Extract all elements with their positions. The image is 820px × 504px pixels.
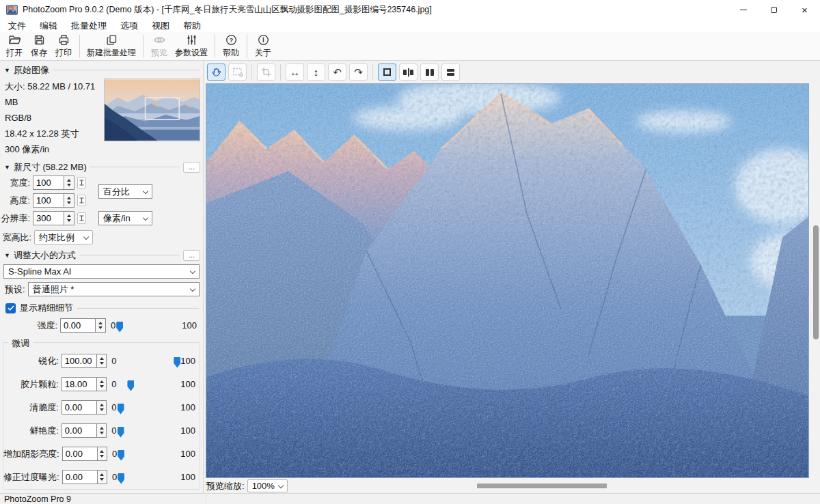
shadow-brightness-stepper[interactable]	[98, 447, 107, 461]
slider-thumb[interactable]	[127, 380, 134, 391]
toolbar-separator	[215, 35, 215, 58]
preview-zoom-label: 预览缩放:	[206, 480, 245, 492]
menu-edit[interactable]: 编辑	[33, 20, 64, 32]
slider-thumb[interactable]	[118, 473, 124, 484]
settings-button[interactable]: 参数设置	[172, 33, 211, 60]
spin-down-icon	[67, 201, 71, 204]
view-top-bottom-button[interactable]	[441, 64, 460, 81]
size-unit-select[interactable]: 百分比	[98, 184, 152, 199]
show-fine-detail-checkbox[interactable]	[5, 303, 16, 313]
open-button[interactable]: 打开	[2, 33, 27, 60]
resolution-stepper[interactable]	[64, 211, 74, 225]
spin-up-icon	[98, 322, 102, 324]
preview-zoom-select[interactable]: 100%	[247, 479, 288, 492]
window-title: PhotoZoom Pro 9.0.2 (Demo 版本) - [千库网_冬日旅…	[23, 4, 432, 16]
rotate-cw-icon: ↷	[354, 66, 363, 79]
slider-thumb[interactable]	[174, 357, 180, 368]
height-reset-button[interactable]	[77, 195, 86, 206]
vividness-stepper[interactable]	[97, 423, 107, 438]
resolution-reset-button[interactable]	[77, 212, 86, 224]
new-size-title: 新尺寸 (58.22 MB)	[14, 161, 87, 173]
slider-thumb[interactable]	[116, 322, 123, 333]
close-icon: ×	[802, 4, 808, 16]
original-dimensions: 18.42 x 12.28 英寸	[5, 126, 104, 141]
view-split-button[interactable]	[399, 64, 418, 81]
preview-image-area[interactable]	[206, 83, 809, 478]
menu-file[interactable]: 文件	[1, 20, 33, 32]
width-row: 宽度:	[0, 176, 86, 190]
rotate-cw-button[interactable]: ↷	[349, 64, 368, 81]
height-row: 高度:	[0, 193, 86, 208]
resolution-input[interactable]	[33, 211, 64, 225]
header-rule	[77, 308, 199, 309]
status-bar: PhotoZoom Pro 9	[0, 493, 820, 504]
menu-batch[interactable]: 批量处理	[64, 20, 113, 32]
maximize-button[interactable]	[758, 0, 789, 19]
new-size-header[interactable]: ▼ 新尺寸 (58.22 MB) ...	[0, 160, 203, 174]
method-select[interactable]: S-Spline Max AI	[3, 264, 200, 279]
overexposure-slider-row: 修正过度曝光: 0 100	[3, 470, 195, 484]
shadow-brightness-input[interactable]	[62, 447, 98, 461]
overexposure-input[interactable]	[62, 470, 98, 484]
slider-thumb[interactable]	[118, 450, 124, 461]
film-grain-stepper[interactable]	[97, 377, 107, 391]
menu-view[interactable]: 视图	[145, 20, 176, 32]
help-button[interactable]: ? 帮助	[219, 33, 243, 60]
new-size-controls: 宽度: 高度: 分辨率:	[0, 176, 203, 248]
strength-input[interactable]	[60, 318, 96, 333]
flip-vertical-button[interactable]: ↕	[307, 64, 325, 81]
overexposure-stepper[interactable]	[98, 470, 107, 484]
crispness-input[interactable]	[62, 400, 97, 415]
menu-help[interactable]: 帮助	[176, 20, 208, 32]
original-image-title: 原始图像	[14, 64, 49, 76]
height-stepper[interactable]	[64, 193, 74, 208]
slider-max: 100	[182, 320, 197, 331]
rotate-ccw-icon: ↶	[333, 66, 342, 79]
sharpness-input[interactable]	[62, 354, 97, 368]
preview-image	[206, 84, 808, 477]
header-rule	[79, 255, 180, 255]
strength-stepper[interactable]	[96, 318, 106, 333]
minimize-button[interactable]	[728, 0, 758, 19]
print-button[interactable]: 打印	[51, 33, 76, 60]
width-stepper[interactable]	[64, 176, 74, 190]
horizontal-scrollbar-thumb[interactable]	[477, 484, 607, 488]
slider-thumb[interactable]	[118, 404, 124, 415]
film-grain-input[interactable]	[62, 377, 97, 391]
new-batch-button[interactable]: 新建批量处理	[83, 33, 139, 60]
navigator-thumbnail[interactable]	[104, 79, 200, 141]
original-size: 大小: 58.22 MB / 10.71 MB	[5, 79, 104, 110]
header-rule	[53, 70, 200, 70]
vertical-scrollbar-thumb[interactable]	[813, 225, 819, 339]
preset-select[interactable]: 普通照片 *	[28, 282, 200, 296]
view-side-by-side-button[interactable]	[420, 64, 439, 81]
aspect-row: 宽高比: 约束比例	[0, 230, 93, 244]
menu-options[interactable]: 选项	[113, 20, 145, 32]
resolution-unit-select[interactable]: 像素/in	[98, 211, 152, 225]
close-button[interactable]: ×	[789, 0, 820, 19]
about-button[interactable]: i 关于	[251, 33, 275, 60]
aspect-select[interactable]: 约束比例	[34, 230, 93, 244]
hand-tool-button[interactable]	[207, 64, 226, 81]
slider-thumb[interactable]	[118, 427, 124, 438]
resize-method-header[interactable]: ▼ 调整大小的方式 ...	[0, 248, 203, 262]
vertical-scrollbar[interactable]	[812, 83, 819, 478]
resize-method-more-button[interactable]: ...	[183, 250, 200, 261]
view-single-button[interactable]	[378, 64, 396, 81]
height-label: 高度:	[0, 195, 33, 207]
new-size-more-button[interactable]: ...	[183, 162, 200, 173]
width-reset-button[interactable]	[77, 177, 86, 188]
height-input[interactable]	[33, 193, 64, 208]
crispness-stepper[interactable]	[97, 400, 107, 415]
flip-horizontal-button[interactable]: ↔	[286, 64, 304, 81]
statusbar-divider	[206, 495, 206, 503]
original-image-header[interactable]: ▼ 原始图像	[0, 63, 203, 77]
vividness-input[interactable]	[62, 423, 97, 438]
folder-open-icon	[8, 33, 21, 46]
save-button[interactable]: 保存	[27, 33, 51, 60]
width-input[interactable]	[33, 176, 64, 190]
aspect-label: 宽高比:	[0, 232, 34, 244]
window-controls: ×	[728, 0, 820, 19]
rotate-ccw-button[interactable]: ↶	[328, 64, 346, 81]
sharpness-stepper[interactable]	[97, 354, 107, 368]
